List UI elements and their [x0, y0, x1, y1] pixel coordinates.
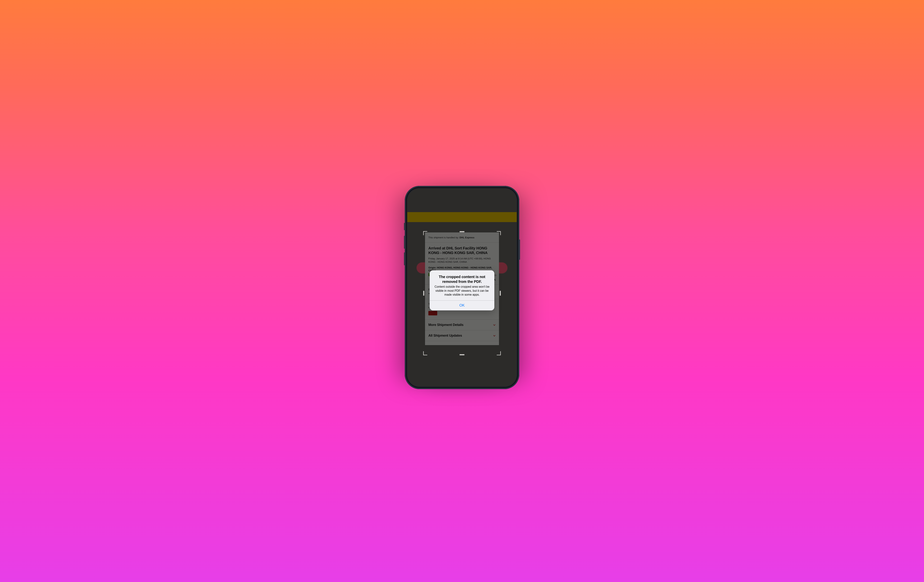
alert-backdrop: The cropped content is not removed from … [407, 188, 517, 386]
alert-ok-button[interactable]: OK [430, 301, 494, 310]
phone-frame: This shipment is handled by: DHL Express… [405, 186, 519, 389]
volume-up-button[interactable] [404, 236, 405, 249]
power-button[interactable] [519, 239, 520, 260]
mute-switch[interactable] [404, 223, 405, 230]
alert-body: The cropped content is not removed from … [430, 270, 494, 300]
alert-message: Content outside the cropped area won't b… [433, 285, 491, 297]
phone-screen: This shipment is handled by: DHL Express… [407, 188, 517, 386]
volume-down-button[interactable] [404, 252, 405, 265]
stage: This shipment is handled by: DHL Express… [327, 216, 597, 367]
crop-warning-alert: The cropped content is not removed from … [430, 270, 494, 310]
alert-title: The cropped content is not removed from … [433, 274, 491, 284]
